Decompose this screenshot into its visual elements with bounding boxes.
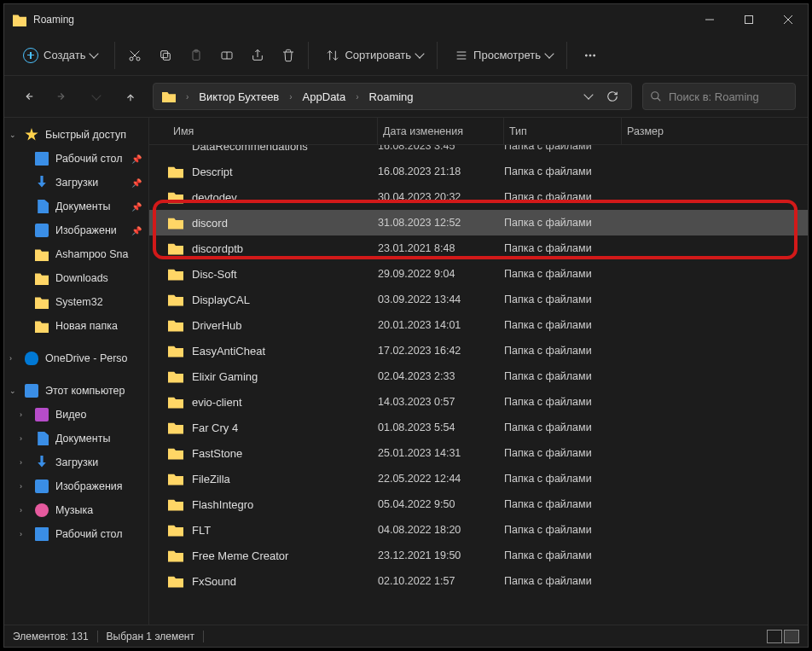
file-row[interactable]: FlashIntegro05.04.2022 9:50Папка с файла… <box>149 491 808 517</box>
file-row[interactable]: EasyAntiCheat17.02.2023 16:42Папка с фай… <box>149 338 808 363</box>
file-date: 23.01.2021 8:48 <box>378 242 504 254</box>
refresh-button[interactable] <box>600 84 624 108</box>
file-row[interactable]: evio-client14.03.2023 0:57Папка с файлам… <box>149 389 808 415</box>
file-row[interactable]: FastStone25.01.2023 14:31Папка с файлами <box>149 440 808 466</box>
forward-button[interactable] <box>50 84 74 108</box>
download-icon <box>35 456 49 469</box>
recent-dropdown[interactable] <box>84 84 108 108</box>
col-name[interactable]: Имя <box>168 118 378 144</box>
status-count: Элементов: 131 <box>13 631 89 642</box>
file-list[interactable]: DataRecommendations16.08.2023 3:45Папка … <box>149 145 808 625</box>
file-type: Папка с файлами <box>504 166 622 177</box>
breadcrumb-seg[interactable]: Виктор Бухтеев <box>195 90 282 103</box>
folder-icon <box>168 191 183 204</box>
file-name: DataRecommendations <box>192 145 308 153</box>
search-input[interactable]: Поиск в: Roaming <box>642 83 796 110</box>
search-icon <box>650 90 662 102</box>
folder-icon <box>35 271 49 285</box>
file-type: Папка с файлами <box>504 421 622 433</box>
copy-button[interactable] <box>151 41 180 70</box>
file-row[interactable]: Free Meme Creator23.12.2021 19:50Папка с… <box>149 543 808 568</box>
column-header[interactable]: Имя Дата изменения Тип Размер <box>149 118 808 145</box>
sidebar-item-pictures[interactable]: ›Изображения <box>4 474 148 498</box>
col-date[interactable]: Дата изменения <box>378 118 504 144</box>
col-size[interactable]: Размер <box>622 118 808 144</box>
col-type[interactable]: Тип <box>504 118 622 144</box>
chevron-icon[interactable]: › <box>286 92 295 102</box>
rename-button[interactable] <box>212 41 241 70</box>
file-row[interactable]: FLT04.08.2022 18:20Папка с файлами <box>149 517 808 543</box>
file-row[interactable]: DisplayCAL03.09.2022 13:44Папка с файлам… <box>149 287 808 312</box>
file-date: 14.03.2023 0:57 <box>378 396 504 408</box>
view-details[interactable] <box>784 630 799 643</box>
file-name: FLT <box>192 524 211 537</box>
sidebar-item-thispc[interactable]: ⌄Этот компьютер <box>4 379 148 403</box>
file-type: Папка с файлами <box>504 191 622 203</box>
maximize-button[interactable] <box>729 6 768 33</box>
svg-point-21 <box>589 55 591 56</box>
file-date: 29.09.2022 9:04 <box>378 268 504 280</box>
file-row[interactable]: Disc-Soft29.09.2022 9:04Папка с файлами <box>149 261 808 287</box>
svg-point-22 <box>594 55 595 56</box>
history-chevron[interactable] <box>582 91 595 102</box>
sidebar-item-quick-access[interactable]: ⌄Быстрый доступ <box>4 123 148 147</box>
sidebar-item-desktop[interactable]: ›Рабочий стол <box>4 522 148 546</box>
more-button[interactable] <box>576 41 605 70</box>
file-date: 16.08.2023 3:45 <box>378 145 504 152</box>
folder-icon <box>168 498 183 511</box>
file-type: Папка с файлами <box>504 319 622 331</box>
sidebar: ⌄Быстрый доступ Рабочий стол📌 Загрузки📌 … <box>4 118 149 625</box>
breadcrumb-seg[interactable]: Roaming <box>366 90 417 103</box>
close-button[interactable] <box>768 6 808 33</box>
file-row[interactable]: devtodev30.04.2023 20:32Папка с файлами <box>149 184 808 210</box>
sidebar-item-folder[interactable]: System32 <box>4 290 148 314</box>
breadcrumb-seg[interactable]: AppData <box>299 90 350 103</box>
file-type: Папка с файлами <box>504 294 622 305</box>
file-date: 23.12.2021 19:50 <box>378 549 504 561</box>
view-thumbnails[interactable] <box>767 630 782 643</box>
sidebar-item-downloads[interactable]: Загрузки📌 <box>4 171 148 195</box>
sidebar-item-folder[interactable]: Новая папка <box>4 314 148 338</box>
folder-icon <box>35 247 49 261</box>
file-row[interactable]: FileZilla22.05.2022 12:44Папка с файлами <box>149 466 808 491</box>
sort-button[interactable]: Сортировать <box>317 41 432 70</box>
sidebar-item-pictures[interactable]: Изображени📌 <box>4 218 148 242</box>
file-row[interactable]: DriverHub20.01.2023 14:01Папка с файлами <box>149 312 808 338</box>
file-row[interactable]: Descript16.08.2023 21:18Папка с файлами <box>149 159 808 184</box>
paste-button[interactable] <box>182 41 211 70</box>
file-row[interactable]: Far Cry 401.08.2023 5:54Папка с файлами <box>149 415 808 440</box>
folder-icon <box>168 217 183 230</box>
sidebar-item-desktop[interactable]: Рабочий стол📌 <box>4 147 148 171</box>
sidebar-item-downloads[interactable]: ›Загрузки <box>4 450 148 474</box>
create-button[interactable]: Создать <box>14 41 106 70</box>
chevron-icon[interactable]: › <box>352 92 362 102</box>
file-row[interactable]: Elixir Gaming02.04.2023 2:33Папка с файл… <box>149 363 808 389</box>
sidebar-item-music[interactable]: ›Музыка <box>4 498 148 522</box>
sidebar-item-video[interactable]: ›Видео <box>4 403 148 427</box>
breadcrumb[interactable]: › Виктор Бухтеев › AppData › Roaming <box>153 83 632 110</box>
view-button[interactable]: Просмотреть <box>446 41 561 70</box>
up-button[interactable] <box>119 84 142 108</box>
file-row[interactable]: discord31.08.2023 12:52Папка с файлами <box>149 210 808 235</box>
chevron-down-icon <box>544 49 554 58</box>
minimize-button[interactable] <box>690 6 729 33</box>
back-button[interactable] <box>16 84 40 108</box>
pin-icon: 📌 <box>131 226 142 235</box>
sidebar-item-documents[interactable]: ›Документы <box>4 427 148 450</box>
file-row[interactable]: FxSound02.10.2022 1:57Папка с файлами <box>149 568 808 594</box>
sidebar-item-folder[interactable]: Ashampoo Sna <box>4 242 148 266</box>
chevron-icon[interactable]: › <box>183 92 192 102</box>
file-row[interactable]: DataRecommendations16.08.2023 3:45Папка … <box>149 145 808 159</box>
sidebar-item-onedrive[interactable]: ›OneDrive - Perso <box>4 346 148 370</box>
music-icon <box>35 503 49 517</box>
file-row[interactable]: discordptb23.01.2021 8:48Папка с файлами <box>149 235 808 261</box>
window-title: Roaming <box>33 14 690 26</box>
cut-button[interactable] <box>120 41 149 70</box>
share-button[interactable] <box>243 41 272 70</box>
file-name: evio-client <box>192 396 242 409</box>
cloud-icon <box>25 352 38 365</box>
sidebar-item-documents[interactable]: Документы📌 <box>4 195 148 218</box>
delete-button[interactable] <box>274 41 303 70</box>
sidebar-item-folder[interactable]: Downloads <box>4 266 148 290</box>
folder-icon <box>168 294 183 306</box>
